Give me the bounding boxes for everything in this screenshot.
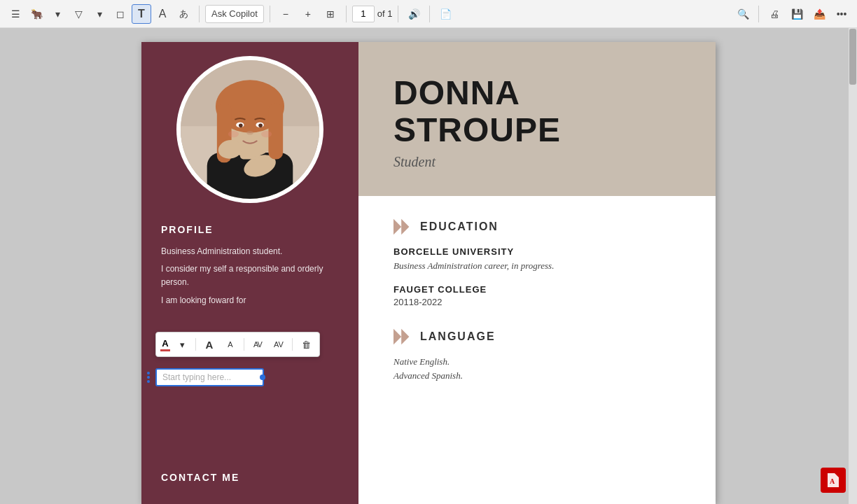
name-line1: DONNA bbox=[393, 75, 688, 112]
menu-icon[interactable]: ☰ bbox=[6, 4, 25, 24]
svg-text:A: A bbox=[830, 477, 835, 485]
profile-heading: PROFILE bbox=[161, 224, 339, 235]
school-2-name: FAUGET COLLEGE bbox=[393, 284, 688, 295]
education-item-2: FAUGET COLLEGE 20118-2022 bbox=[393, 284, 688, 307]
print-icon[interactable]: 🖨 bbox=[765, 4, 784, 24]
font-size-increase[interactable]: A bbox=[200, 335, 218, 354]
delete-btn[interactable]: 🗑 bbox=[297, 335, 315, 354]
svg-point-14 bbox=[228, 131, 239, 137]
minimize-icon[interactable]: − bbox=[276, 4, 295, 24]
save-icon[interactable]: 💾 bbox=[787, 4, 807, 24]
drag-dot-1 bbox=[147, 372, 150, 374]
text-input-container[interactable]: Start typing here... bbox=[155, 368, 264, 386]
edit-tool-2[interactable]: ▽ bbox=[69, 4, 88, 24]
font-color-bar bbox=[160, 349, 170, 351]
school-1-desc: Business Administration career, in progr… bbox=[393, 259, 688, 273]
applicant-name: DONNA STROUPE bbox=[393, 75, 688, 149]
ask-copilot-button[interactable]: Ask Copilot bbox=[205, 5, 264, 23]
add-icon[interactable]: + bbox=[298, 4, 318, 24]
job-title: Student bbox=[393, 154, 688, 170]
more-icon[interactable]: ••• bbox=[832, 4, 851, 24]
font-color-dropdown[interactable]: ▾ bbox=[173, 335, 191, 354]
edit-tool-1[interactable]: 🐂 bbox=[27, 4, 46, 24]
toolbar-left-tools: ☰ 🐂 ▾ ▽ ▾ ◻ T A あ bbox=[6, 4, 193, 24]
main-content-area: PROFILE Business Administration student.… bbox=[0, 28, 857, 504]
svg-marker-17 bbox=[393, 219, 401, 234]
divider-5 bbox=[429, 6, 430, 22]
text-format-toolbar: A ▾ A A AV AV 🗑 bbox=[155, 332, 320, 357]
svg-marker-20 bbox=[401, 328, 409, 344]
svg-point-11 bbox=[239, 124, 243, 128]
audio-icon[interactable]: 🔊 bbox=[404, 4, 424, 24]
contact-heading: CONTACT ME bbox=[161, 472, 339, 483]
school-2-dates: 20118-2022 bbox=[393, 297, 688, 307]
text-tool[interactable]: T bbox=[132, 4, 151, 24]
adobe-icon[interactable]: A bbox=[821, 468, 846, 493]
divider-1 bbox=[199, 6, 200, 22]
search-icon[interactable]: 🔍 bbox=[733, 4, 753, 24]
fit-page-icon[interactable]: ⊞ bbox=[321, 4, 340, 24]
resize-handle[interactable] bbox=[260, 374, 265, 380]
education-section-icon bbox=[393, 217, 413, 237]
toolbar-divider-1 bbox=[195, 338, 196, 351]
font-size-decrease[interactable]: A bbox=[221, 335, 239, 354]
adobe-logo-svg: A bbox=[825, 472, 842, 489]
school-1-name: BORCELLE UNIVERSITY bbox=[393, 246, 688, 257]
language-item-2: Advanced Spanish. bbox=[393, 370, 688, 382]
svg-rect-8 bbox=[268, 103, 283, 159]
letter-spacing-btn[interactable]: AV bbox=[249, 335, 267, 354]
toolbar-divider-3 bbox=[292, 338, 293, 351]
dropdown-1[interactable]: ▾ bbox=[48, 4, 67, 24]
svg-point-12 bbox=[258, 124, 263, 128]
font-color-button[interactable]: A bbox=[160, 338, 170, 351]
name-line2: STROUPE bbox=[393, 112, 688, 149]
font-color-letter: A bbox=[162, 338, 168, 349]
drag-handle bbox=[147, 372, 150, 383]
bookmark-icon[interactable]: 📄 bbox=[436, 4, 455, 24]
profile-section: PROFILE Business Administration student.… bbox=[141, 203, 358, 326]
education-header: EDUCATION bbox=[393, 217, 688, 237]
profile-text-3: I am looking foward for bbox=[161, 294, 339, 307]
resume-document: PROFILE Business Administration student.… bbox=[141, 42, 716, 504]
language-header: LANGUAGE bbox=[393, 327, 688, 346]
text-input-placeholder[interactable]: Start typing here... bbox=[162, 372, 231, 382]
language-title: LANGUAGE bbox=[420, 330, 496, 343]
resume-header: DONNA STROUPE Student bbox=[358, 42, 716, 196]
svg-point-15 bbox=[261, 131, 272, 137]
dropdown-2[interactable]: ▾ bbox=[90, 4, 109, 24]
page-navigation: of 1 bbox=[352, 6, 393, 22]
language-chevron-svg bbox=[393, 328, 413, 345]
education-item-1: BORCELLE UNIVERSITY Business Administrat… bbox=[393, 246, 688, 273]
divider-6 bbox=[758, 6, 759, 22]
drag-dot-3 bbox=[147, 380, 150, 383]
language-section: LANGUAGE Native English. Advanced Spanis… bbox=[393, 327, 688, 382]
font-size-tool[interactable]: A bbox=[153, 4, 172, 24]
erase-tool[interactable]: ◻ bbox=[111, 4, 130, 24]
scrollbar-thumb[interactable] bbox=[849, 29, 856, 85]
language-section-icon bbox=[393, 327, 413, 346]
profile-text-2: I consider my self a responsible and ord… bbox=[161, 262, 339, 289]
resume-body: EDUCATION BORCELLE UNIVERSITY Business A… bbox=[358, 196, 716, 504]
language-tool[interactable]: あ bbox=[174, 4, 193, 24]
divider-3 bbox=[346, 6, 347, 22]
profile-text-1: Business Administration student. bbox=[161, 245, 339, 258]
kerning-btn[interactable]: AV bbox=[270, 335, 288, 354]
resume-content: DONNA STROUPE Student bbox=[358, 42, 716, 504]
education-section: EDUCATION BORCELLE UNIVERSITY Business A… bbox=[393, 217, 688, 307]
page-number-input[interactable] bbox=[352, 6, 375, 22]
profile-photo-svg bbox=[181, 56, 319, 203]
svg-point-13 bbox=[246, 131, 253, 135]
profile-photo bbox=[176, 56, 323, 203]
language-item-1: Native English. bbox=[393, 356, 688, 368]
page-total: of 1 bbox=[377, 8, 393, 19]
top-toolbar: ☰ 🐂 ▾ ▽ ▾ ◻ T A あ Ask Copilot − + ⊞ of 1… bbox=[0, 0, 857, 28]
svg-marker-19 bbox=[393, 328, 401, 344]
resume-sidebar: PROFILE Business Administration student.… bbox=[141, 42, 358, 504]
toolbar-divider-2 bbox=[244, 338, 244, 351]
page-scrollbar[interactable] bbox=[849, 28, 857, 504]
divider-2 bbox=[270, 6, 270, 22]
contact-section: CONTACT ME bbox=[161, 472, 339, 483]
education-title: EDUCATION bbox=[420, 220, 499, 233]
divider-4 bbox=[398, 6, 398, 22]
export-icon[interactable]: 📤 bbox=[809, 4, 829, 24]
